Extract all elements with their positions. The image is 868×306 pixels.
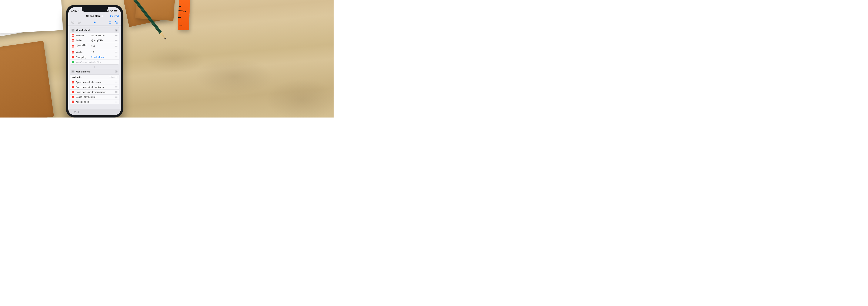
reorder-grip-icon[interactable] (115, 81, 118, 83)
settings-toggles-button[interactable] (114, 20, 119, 25)
reorder-grip-icon[interactable] (115, 96, 118, 98)
editor-toolbar (68, 19, 121, 26)
svg-rect-1 (107, 11, 107, 12)
status-time: 17:32 (71, 9, 77, 12)
remove-row-button[interactable] (72, 86, 74, 89)
remove-row-button[interactable] (72, 45, 74, 47)
svg-point-12 (116, 21, 117, 22)
remove-row-button[interactable] (72, 34, 74, 37)
dictionary-row[interactable]: Author@AndyVRD (70, 38, 119, 43)
dictionary-row[interactable]: RoutineHub ID334 (70, 43, 119, 50)
nav-bar: Sonos Menu+ Gereed (68, 13, 121, 19)
dictionary-value[interactable]: @AndyVRD (91, 39, 113, 42)
delete-action-button[interactable] (115, 29, 118, 32)
paper-sheet (0, 0, 63, 34)
wifi-icon (110, 10, 113, 12)
reorder-grip-icon[interactable] (115, 46, 118, 47)
menu-item-row[interactable]: Sonos Party (Group) (70, 95, 119, 99)
dictionary-key[interactable]: Author (76, 39, 90, 42)
instruction-label: Instructie (72, 76, 82, 78)
svg-point-9 (78, 21, 81, 24)
dictionary-value[interactable]: 1.1 (91, 51, 113, 54)
instruction-optional: optioneel (109, 76, 118, 78)
undo-button[interactable] (70, 20, 75, 25)
battery-icon (114, 10, 118, 12)
menu-item-label[interactable]: Alles dempen (76, 101, 113, 103)
dictionary-key[interactable]: Shortcut (76, 34, 90, 37)
svg-point-14 (116, 23, 117, 23)
location-icon (78, 10, 80, 12)
svg-rect-4 (109, 10, 109, 12)
gear-icon (71, 70, 74, 73)
page-title: Sonos Menu+ (86, 15, 103, 18)
menu-item-row[interactable]: Speel muziek in de badkamer (70, 85, 119, 90)
run-button[interactable] (92, 20, 97, 25)
svg-point-15 (72, 30, 73, 31)
reorder-grip-icon[interactable] (115, 87, 118, 88)
phone-screen: 17:32 Sonos Menu+ Gereed (68, 7, 121, 115)
dictionary-row[interactable]: Changelog2 onderdelen (70, 55, 119, 60)
remove-row-button[interactable] (72, 39, 74, 42)
dictionary-value[interactable]: 2 onderdelen (91, 56, 113, 59)
add-item-placeholder: Voeg 'nieuw onderdeel' toe (76, 61, 118, 63)
ruler: 2 1 (178, 0, 190, 30)
dictionary-value[interactable]: Sonos Menu+ (91, 34, 113, 37)
reorder-grip-icon[interactable] (115, 91, 118, 93)
remove-row-button[interactable] (72, 51, 74, 54)
remove-row-button[interactable] (72, 96, 74, 98)
card-title: Kies uit menu (76, 70, 90, 73)
remove-row-button[interactable] (72, 81, 74, 83)
notch (82, 7, 107, 12)
svg-rect-3 (108, 10, 108, 12)
action-connector (94, 66, 95, 68)
svg-point-31 (72, 71, 73, 72)
dictionary-action-card[interactable]: Woordenboek ShortcutSonos Menu+Author@An… (70, 27, 119, 65)
svg-rect-0 (106, 11, 106, 12)
gear-icon (71, 29, 74, 32)
menu-item-row[interactable]: Alles dempen (70, 99, 119, 104)
remove-row-button[interactable] (72, 91, 74, 93)
remove-row-button[interactable] (72, 101, 74, 103)
dictionary-row[interactable]: ShortcutSonos Menu+ (70, 33, 119, 38)
iphone-frame: 17:32 Sonos Menu+ Gereed (66, 5, 123, 117)
card-header: Woordenboek (70, 27, 119, 33)
svg-rect-6 (114, 10, 117, 11)
action-search-bar[interactable] (68, 109, 121, 115)
add-row-button[interactable] (72, 61, 74, 63)
card-title: Woordenboek (76, 29, 91, 31)
reorder-grip-icon[interactable] (115, 40, 118, 41)
menu-item-label[interactable]: Speel muziek in de keuken (76, 81, 113, 83)
reorder-grip-icon[interactable] (115, 52, 118, 53)
svg-line-42 (72, 113, 73, 113)
svg-point-8 (71, 21, 74, 24)
dictionary-key[interactable]: Version (76, 51, 90, 54)
menu-item-label[interactable]: Sonos Party (Group) (76, 96, 113, 98)
done-button[interactable]: Gereed (110, 15, 119, 18)
share-button[interactable] (107, 20, 112, 25)
reorder-grip-icon[interactable] (115, 57, 118, 58)
search-input[interactable] (74, 111, 119, 113)
delete-action-button[interactable] (115, 70, 118, 73)
choose-from-menu-card[interactable]: Kies uit menu Instructie optioneel Speel… (70, 69, 119, 104)
svg-rect-7 (118, 10, 118, 11)
menu-item-label[interactable]: Speel muziek in de woonkamer (76, 91, 113, 93)
remove-row-button[interactable] (72, 56, 74, 59)
menu-item-label[interactable]: Speel muziek in de badkamer (76, 86, 113, 89)
dictionary-row[interactable]: Version1.1 (70, 50, 119, 55)
svg-point-41 (71, 111, 72, 113)
dictionary-value[interactable]: 334 (91, 45, 113, 47)
card-header: Kies uit menu (70, 69, 119, 75)
add-dictionary-item-row[interactable]: Voeg 'nieuw onderdeel' toe (70, 60, 119, 64)
editor-content[interactable]: Woordenboek ShortcutSonos Menu+Author@An… (68, 26, 121, 109)
menu-item-row[interactable]: Speel muziek in de keuken (70, 80, 119, 85)
search-icon (70, 111, 73, 113)
dictionary-key[interactable]: RoutineHub ID (76, 44, 90, 49)
redo-button[interactable] (77, 20, 82, 25)
svg-rect-2 (107, 11, 108, 12)
reorder-grip-icon[interactable] (115, 101, 118, 103)
instruction-row[interactable]: Instructie optioneel (70, 75, 119, 80)
dictionary-key[interactable]: Changelog (76, 56, 90, 59)
reorder-grip-icon[interactable] (115, 35, 118, 36)
menu-item-row[interactable]: Speel muziek in de woonkamer (70, 90, 119, 95)
